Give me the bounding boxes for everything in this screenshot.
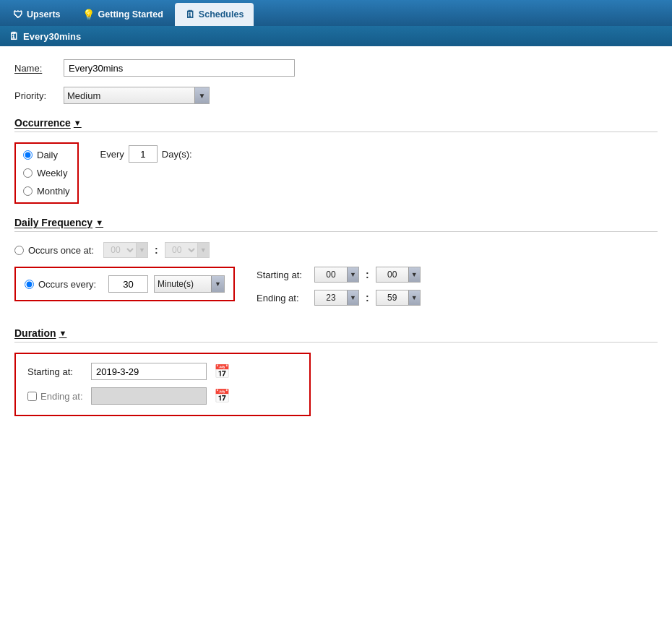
duration-starting-input[interactable] [91,363,207,380]
radio-weekly-label: Weekly [37,168,67,178]
starting-minute-select[interactable]: 000102030405060708091015304559 [376,267,408,282]
priority-row: Priority: Low Medium High ▼ [14,87,658,104]
occurs-every-box: Occurs every: Minute(s) Hour(s) ▼ [14,267,235,301]
ending-minute-wrap: 000115304559 ▼ [376,290,421,306]
window-icon: 🗓 [9,30,19,42]
unit-select[interactable]: Minute(s) Hour(s) [155,276,211,292]
radio-occurs-once[interactable]: Occurs once at: [14,245,98,256]
unit-select-wrap: Minute(s) Hour(s) ▼ [154,275,225,293]
radio-monthly-input[interactable] [23,186,33,196]
duration-ending-row: Ending at: 📅 [27,387,298,405]
main-content: Name: Priority: Low Medium High ▼ Occurr… [0,46,672,633]
occurs-every-label: Occurs every: [38,279,96,290]
ending-minute-select[interactable]: 000115304559 [376,290,408,305]
occurs-every-row: Occurs every: Minute(s) Hour(s) ▼ [25,275,225,293]
starting-minute-arrow[interactable]: ▼ [408,267,420,282]
radio-weekly-input[interactable] [23,168,33,178]
tab-getting-started[interactable]: 💡 Getting Started [72,3,173,26]
occurs-every-value-input[interactable] [108,275,148,293]
duration-ending-label: Ending at: [40,391,83,402]
tab-bar: 🛡 Upserts 💡 Getting Started 🗓 Schedules [0,0,672,26]
calendar-starting-icon[interactable]: 📅 [214,363,230,379]
daily-frequency-arrow[interactable]: ▼ [95,218,103,227]
starting-at-label: Starting at: [257,270,309,280]
every-row: Every Day(s): [100,145,192,163]
starting-minute-wrap: 000102030405060708091015304559 ▼ [376,267,421,283]
name-label: Name: [14,63,64,74]
duration-arrow[interactable]: ▼ [59,329,67,337]
occurs-once-hour-select: 00 [104,243,136,257]
ending-minute-arrow[interactable]: ▼ [408,290,420,305]
tab-upserts[interactable]: 🛡 Upserts [3,3,71,26]
occurs-once-hour-arrow: ▼ [136,243,147,257]
ending-hour-wrap: 0001020304050607080910111213141516171819… [314,290,359,306]
ending-hour-arrow[interactable]: ▼ [347,290,358,305]
occurs-once-label: Occurs once at: [28,245,94,256]
occurrence-container: Daily Weekly Monthly Every Day(s): [14,142,658,204]
window-title-text: Every30mins [23,31,81,42]
radio-monthly[interactable]: Monthly [23,186,70,197]
duration-box: Starting at: 📅 Ending at: 📅 [14,353,311,416]
radio-daily[interactable]: Daily [23,150,70,160]
duration-starting-row: Starting at: 📅 [27,363,298,380]
occurs-once-minute-select: 00 [165,243,197,257]
unit-select-arrow[interactable]: ▼ [211,276,224,292]
duration-ending-input [91,387,207,405]
duration-starting-label: Starting at: [27,366,84,377]
priority-select-arrow[interactable]: ▼ [194,87,209,103]
starting-at-row: Starting at: 000102030405060708091011121… [257,267,421,283]
occurs-once-minute-arrow: ▼ [197,243,209,257]
duration-ending-checkbox[interactable] [27,392,37,401]
radio-weekly[interactable]: Weekly [23,168,70,178]
name-row: Name: [14,59,658,77]
starting-hour-arrow[interactable]: ▼ [347,267,358,282]
occurs-once-hour-wrap: 00 ▼ [103,242,148,258]
ending-hour-select[interactable]: 0001020304050607080910111213141516171819… [315,290,347,305]
starting-colon: : [366,269,369,280]
tab-getting-started-label: Getting Started [98,9,163,20]
radio-occurs-every[interactable]: Occurs every: [25,279,103,290]
upserts-icon: 🛡 [13,9,23,20]
occurrence-radio-box: Daily Weekly Monthly [14,142,79,204]
ending-at-label: Ending at: [257,293,309,303]
radio-occurs-every-input[interactable] [25,280,34,289]
window-title-bar: 🗓 Every30mins [0,26,672,46]
schedules-icon: 🗓 [185,9,195,20]
starting-hour-select[interactable]: 0001020304050607080910111213141516171819… [315,267,347,282]
priority-select-wrap: Low Medium High ▼ [64,87,210,104]
radio-daily-label: Daily [37,150,58,160]
priority-select[interactable]: Low Medium High [64,87,194,103]
tab-schedules-label: Schedules [199,9,244,20]
occurs-once-minute-wrap: 00 ▼ [165,242,210,258]
radio-daily-input[interactable] [23,150,33,160]
starting-ending-group: Starting at: 000102030405060708091011121… [257,267,421,306]
calendar-ending-icon: 📅 [214,388,230,404]
duration-header: Duration ▼ [14,327,658,343]
occurrence-arrow[interactable]: ▼ [74,119,82,127]
tab-schedules[interactable]: 🗓 Schedules [175,3,254,26]
daily-frequency-header: Daily Frequency ▼ [14,217,658,232]
occurrence-header: Occurrence ▼ [14,117,658,132]
days-label: Day(s): [162,149,192,160]
ending-colon: : [366,292,369,303]
radio-occurs-once-input[interactable] [14,246,24,255]
every-label: Every [100,149,124,160]
ending-at-row: Ending at: 00010203040506070809101112131… [257,290,421,306]
occurrence-radio-group: Daily Weekly Monthly [23,150,70,197]
priority-label: Priority: [14,90,64,101]
every-input[interactable] [129,145,158,163]
occurs-once-colon: : [155,244,158,256]
duration-ending-checkbox-label[interactable]: Ending at: [27,391,84,402]
occurs-once-row: Occurs once at: 00 ▼ : 00 ▼ [14,242,658,258]
starting-hour-wrap: 0001020304050607080910111213141516171819… [314,267,359,283]
getting-started-icon: 💡 [82,9,95,20]
tab-upserts-label: Upserts [27,9,61,20]
radio-monthly-label: Monthly [37,186,70,197]
name-input[interactable] [64,59,295,77]
